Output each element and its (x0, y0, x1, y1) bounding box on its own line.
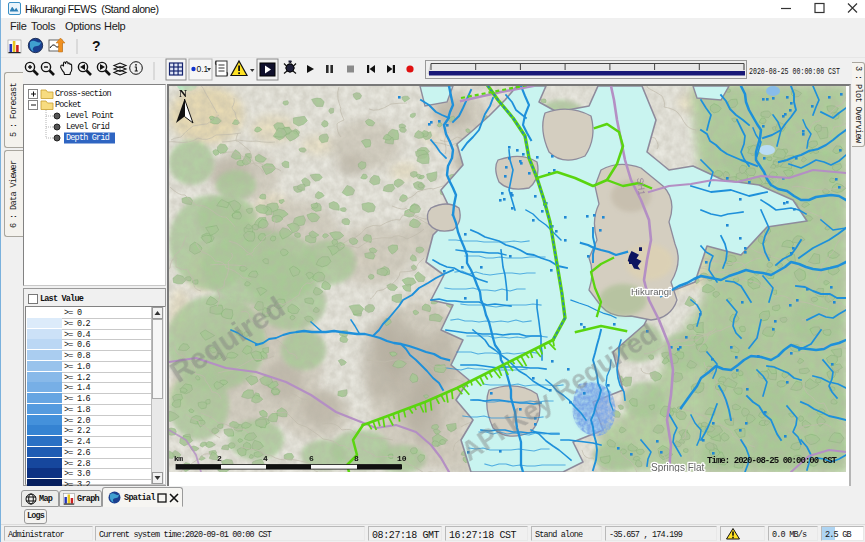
svg-text:N: N (179, 87, 187, 99)
svg-text:6: 6 (309, 454, 314, 463)
svg-text:Springs Flat: Springs Flat (651, 462, 705, 472)
svg-text:km: km (174, 454, 183, 463)
svg-text:8: 8 (354, 454, 359, 463)
svg-text:2: 2 (217, 454, 222, 463)
svg-text:?: ? (92, 38, 101, 54)
svg-text:10: 10 (397, 454, 407, 463)
svg-text:Time: 2020-08-25 00:00:00 CST: Time: 2020-08-25 00:00:00 CST (707, 456, 838, 466)
svg-text:Hikurangi: Hikurangi (631, 286, 671, 297)
svg-text:4: 4 (263, 454, 268, 463)
svg-text:2020-08-25 00:00:00 CST: 2020-08-25 00:00:00 CST (749, 67, 840, 77)
svg-text:SH1: SH1 (635, 177, 647, 195)
svg-text:0.1: 0.1 (197, 64, 209, 74)
